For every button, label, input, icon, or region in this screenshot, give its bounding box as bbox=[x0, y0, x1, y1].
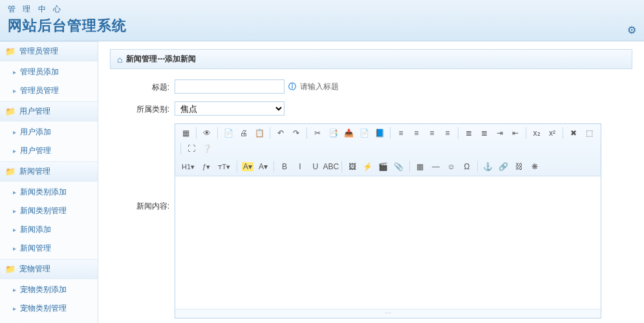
menu-group-title: 新闻管理 bbox=[19, 166, 50, 177]
flash-icon[interactable]: ⚡ bbox=[361, 160, 374, 173]
menu-item[interactable]: 新闻管理 bbox=[0, 239, 98, 258]
menu-item[interactable]: 宠物类别管理 bbox=[0, 299, 98, 318]
anchor-icon[interactable]: ⚓ bbox=[482, 160, 495, 173]
sidebar: 📁管理员管理管理员添加管理员管理📁用户管理用户添加用户管理📁新闻管理新闻类别添加… bbox=[0, 41, 98, 323]
folder-icon: 📁 bbox=[5, 47, 16, 56]
editor-resize-handle[interactable]: ⋯ bbox=[175, 309, 601, 318]
align-justify-icon[interactable]: ≡ bbox=[441, 127, 454, 140]
toolbar-separator bbox=[409, 161, 410, 172]
home-icon: ⌂ bbox=[117, 54, 122, 65]
toolbar-separator bbox=[306, 127, 307, 139]
fullscreen-icon[interactable]: ⛶ bbox=[185, 142, 198, 155]
toolbar-separator bbox=[237, 161, 237, 172]
header: 管 理 中 心 网站后台管理系统 ⚙ bbox=[0, 0, 644, 41]
main-content: ⌂ 新闻管理---添加新闻 标题: ⓘ 请输入标题 所属类别: 焦点 新闻内容: bbox=[98, 41, 644, 323]
toolbar-separator bbox=[390, 127, 391, 139]
category-label: 所属类别: bbox=[136, 101, 175, 115]
page-bar-title: 新闻管理---添加新闻 bbox=[126, 54, 196, 65]
menu-group-title: 管理员管理 bbox=[19, 46, 58, 57]
underline-icon[interactable]: U bbox=[309, 160, 322, 173]
toolbar-separator bbox=[526, 127, 526, 139]
paste-icon[interactable]: 📥 bbox=[342, 127, 355, 140]
title-input[interactable] bbox=[175, 79, 284, 94]
strike-icon[interactable]: ABC bbox=[325, 160, 338, 173]
toolbar-separator bbox=[274, 161, 274, 172]
source-icon[interactable]: ▦ bbox=[179, 127, 192, 140]
font-family-select[interactable]: ƒ▾ bbox=[200, 160, 213, 173]
menu-item[interactable]: 新闻添加 bbox=[0, 220, 98, 239]
link-icon[interactable]: 🔗 bbox=[497, 160, 510, 173]
title-label: 标题: bbox=[136, 79, 175, 93]
toolbar-separator bbox=[477, 161, 478, 172]
toolbar-separator bbox=[563, 127, 563, 139]
list-ol-icon[interactable]: ≣ bbox=[462, 127, 475, 140]
editor-toolbar: ▦👁📄🖨📋↶↷✂📑📥📄📘≡≡≡≡≣≣⇥⇤x₂x²✖⬚⛶❔H1▾ƒ▾ᴛT▾A▾A▾… bbox=[175, 124, 601, 176]
menu-group-head[interactable]: 📁新闻管理 bbox=[0, 162, 98, 182]
menu-group-head[interactable]: 📁管理员管理 bbox=[0, 41, 98, 61]
heading-select[interactable]: H1▾ bbox=[179, 160, 197, 173]
align-center-icon[interactable]: ≡ bbox=[410, 127, 423, 140]
menu-group-head[interactable]: 📁用户管理 bbox=[0, 101, 98, 121]
outdent-icon[interactable]: ⇤ bbox=[509, 127, 522, 140]
menu-item[interactable]: 管理员管理 bbox=[0, 81, 98, 100]
print-icon[interactable]: 🖨 bbox=[237, 127, 250, 140]
category-select[interactable]: 焦点 bbox=[175, 101, 284, 116]
editor-content-area[interactable] bbox=[175, 176, 601, 309]
indent-icon[interactable]: ⇥ bbox=[493, 127, 506, 140]
char-icon[interactable]: Ω bbox=[460, 160, 473, 173]
folder-icon: 📁 bbox=[5, 167, 16, 176]
italic-icon[interactable]: I bbox=[294, 160, 306, 173]
copy-icon[interactable]: 📄 bbox=[222, 127, 235, 140]
menu-item[interactable]: 宠物添加 bbox=[0, 318, 98, 323]
superscript-icon[interactable]: x² bbox=[546, 127, 559, 140]
subscript-icon[interactable]: x₂ bbox=[530, 127, 543, 140]
title-hint: 请输入标题 bbox=[300, 81, 339, 92]
select-all-icon[interactable]: ⬚ bbox=[583, 127, 596, 140]
remove-format-icon[interactable]: ✖ bbox=[567, 127, 580, 140]
backcolor-icon[interactable]: A▾ bbox=[257, 160, 270, 173]
menu-item[interactable]: 管理员添加 bbox=[0, 63, 98, 81]
page-bar: ⌂ 新闻管理---添加新闻 bbox=[110, 49, 632, 69]
hr-icon[interactable]: — bbox=[429, 160, 442, 173]
help-icon[interactable]: ❔ bbox=[200, 142, 213, 155]
menu-item[interactable]: 新闻类别管理 bbox=[0, 202, 98, 220]
cut-icon[interactable]: ✂ bbox=[311, 127, 324, 140]
file-icon[interactable]: 📎 bbox=[392, 160, 405, 173]
copy2-icon[interactable]: 📑 bbox=[327, 127, 339, 140]
menu-item[interactable]: 宠物类别添加 bbox=[0, 280, 98, 299]
align-right-icon[interactable]: ≡ bbox=[425, 127, 438, 140]
font-size-select[interactable]: ᴛT▾ bbox=[215, 160, 233, 173]
template-icon[interactable]: 📋 bbox=[253, 127, 266, 140]
table-icon[interactable]: ▦ bbox=[414, 160, 427, 173]
list-ul-icon[interactable]: ≣ bbox=[478, 127, 491, 140]
paste-text-icon[interactable]: 📄 bbox=[358, 127, 370, 140]
folder-icon: 📁 bbox=[5, 107, 16, 116]
emoji-icon[interactable]: ☺ bbox=[445, 160, 458, 173]
menu-item[interactable]: 用户添加 bbox=[0, 123, 98, 141]
unlink-icon[interactable]: ⛓ bbox=[513, 160, 526, 173]
toolbar-separator bbox=[270, 127, 270, 139]
menu-item[interactable]: 用户管理 bbox=[0, 141, 98, 160]
undo-icon[interactable]: ↶ bbox=[274, 127, 287, 140]
align-left-icon[interactable]: ≡ bbox=[394, 127, 407, 140]
image-icon[interactable]: 🖼 bbox=[346, 160, 359, 173]
bold-icon[interactable]: B bbox=[278, 160, 291, 173]
forecolor-icon[interactable]: A▾ bbox=[241, 160, 254, 173]
menu-group-head[interactable]: 📁宠物管理 bbox=[0, 259, 98, 279]
menu-group-title: 用户管理 bbox=[19, 106, 50, 117]
paste-word-icon[interactable]: 📘 bbox=[373, 127, 386, 140]
toolbar-separator bbox=[458, 127, 458, 139]
preview-icon[interactable]: 👁 bbox=[200, 127, 213, 140]
content-label: 新闻内容: bbox=[136, 123, 175, 212]
menu-item[interactable]: 新闻类别添加 bbox=[0, 183, 98, 202]
toolbar-separator bbox=[180, 143, 181, 154]
redo-icon[interactable]: ↷ bbox=[290, 127, 303, 140]
settings-icon[interactable]: ⚙ bbox=[627, 24, 636, 36]
toolbar-separator bbox=[217, 127, 218, 139]
toolbar-separator bbox=[341, 161, 342, 172]
folder-icon: 📁 bbox=[5, 264, 16, 274]
media-icon[interactable]: 🎬 bbox=[377, 160, 390, 173]
info-icon: ⓘ bbox=[288, 81, 296, 92]
about-icon[interactable]: ❋ bbox=[528, 160, 541, 173]
toolbar-separator bbox=[196, 127, 197, 139]
